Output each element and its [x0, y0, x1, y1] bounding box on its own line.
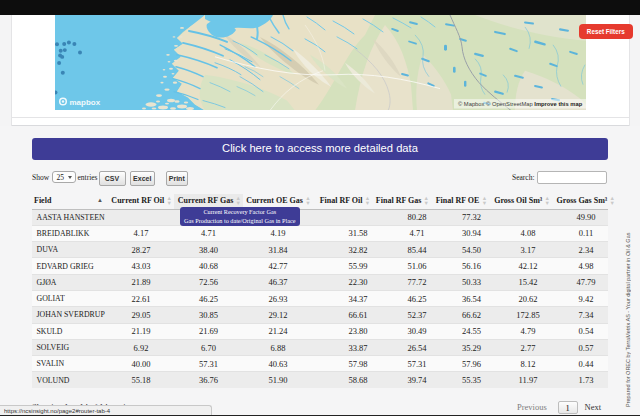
svg-text:mapbox: mapbox [70, 97, 101, 106]
svg-text:© Mapbox © OpenStreetMap Impro: © Mapbox © OpenStreetMap Improve this ma… [458, 100, 583, 106]
